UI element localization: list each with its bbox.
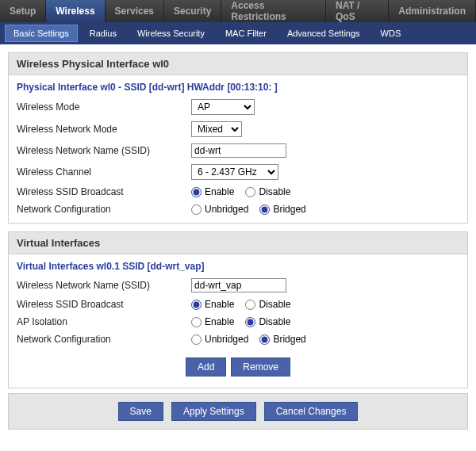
save-button[interactable]: Save bbox=[118, 402, 163, 421]
label-ssid-broadcast: Wireless SSID Broadcast bbox=[17, 299, 191, 310]
label-ssid-broadcast: Wireless SSID Broadcast bbox=[17, 186, 191, 197]
label-channel: Wireless Channel bbox=[17, 166, 191, 178]
tab-access-restrictions[interactable]: Access Restrictions bbox=[221, 0, 326, 22]
radio-vap-broadcast-disable[interactable] bbox=[245, 300, 255, 310]
subtab-wireless-security[interactable]: Wireless Security bbox=[129, 25, 213, 42]
radio-label: Enable bbox=[205, 299, 234, 310]
label-network-config: Network Configuration bbox=[17, 334, 191, 345]
radio-vap-unbridged[interactable] bbox=[191, 334, 202, 345]
add-remove-row: Add Remove bbox=[9, 348, 467, 388]
panel-virtual-interfaces: Virtual Interfaces Virtual Interfaces wl… bbox=[8, 231, 468, 388]
radio-broadcast-disable[interactable] bbox=[245, 187, 255, 197]
fieldset-title: Virtual Interfaces wl0.1 SSID [dd-wrt_va… bbox=[9, 254, 467, 275]
apply-button[interactable]: Apply Settings bbox=[171, 402, 256, 421]
tab-security[interactable]: Security bbox=[164, 0, 221, 22]
radio-label: Enable bbox=[205, 186, 234, 197]
tab-nat-qos[interactable]: NAT / QoS bbox=[326, 0, 389, 22]
panel-header: Wireless Physical Interface wl0 bbox=[9, 53, 467, 75]
add-button[interactable]: Add bbox=[186, 357, 226, 376]
radio-ap-iso-disable[interactable] bbox=[245, 317, 255, 327]
tab-services[interactable]: Services bbox=[106, 0, 164, 22]
subtab-radius[interactable]: Radius bbox=[81, 25, 125, 42]
radio-unbridged[interactable] bbox=[191, 204, 202, 215]
subtab-mac-filter[interactable]: MAC Filter bbox=[217, 25, 275, 42]
radio-bridged[interactable] bbox=[259, 204, 270, 215]
subtab-advanced-settings[interactable]: Advanced Settings bbox=[278, 25, 369, 42]
select-network-mode[interactable]: Mixed bbox=[191, 121, 242, 137]
footer-bar: Save Apply Settings Cancel Changes bbox=[8, 393, 468, 430]
tab-wireless[interactable]: Wireless bbox=[46, 0, 105, 22]
subtab-basic-settings[interactable]: Basic Settings bbox=[5, 25, 78, 42]
label-wireless-mode: Wireless Mode bbox=[17, 101, 191, 113]
radio-vap-broadcast-enable[interactable] bbox=[191, 300, 202, 310]
label-ssid: Wireless Network Name (SSID) bbox=[17, 280, 191, 291]
select-wireless-mode[interactable]: AP bbox=[191, 99, 255, 115]
radio-label: Enable bbox=[205, 316, 234, 327]
input-ssid[interactable] bbox=[191, 143, 286, 158]
radio-label: Disable bbox=[259, 186, 290, 197]
label-network-mode: Wireless Network Mode bbox=[17, 124, 191, 135]
top-nav: Setup Wireless Services Security Access … bbox=[0, 0, 476, 22]
radio-label: Disable bbox=[259, 299, 290, 310]
radio-label: Bridged bbox=[273, 204, 305, 215]
panel-header: Virtual Interfaces bbox=[9, 232, 467, 254]
subtab-wds[interactable]: WDS bbox=[372, 25, 410, 42]
label-network-config: Network Configuration bbox=[17, 204, 191, 215]
panel-physical-interface: Wireless Physical Interface wl0 Physical… bbox=[8, 52, 468, 224]
radio-broadcast-enable[interactable] bbox=[191, 187, 202, 197]
label-ap-isolation: AP Isolation bbox=[17, 316, 191, 327]
radio-label: Unbridged bbox=[205, 204, 248, 215]
radio-ap-iso-enable[interactable] bbox=[191, 317, 202, 327]
label-ssid: Wireless Network Name (SSID) bbox=[17, 145, 191, 156]
select-channel[interactable]: 6 - 2.437 GHz bbox=[191, 164, 278, 180]
cancel-button[interactable]: Cancel Changes bbox=[264, 402, 359, 421]
tab-setup[interactable]: Setup bbox=[0, 0, 46, 22]
radio-label: Disable bbox=[259, 316, 290, 327]
remove-button[interactable]: Remove bbox=[231, 357, 290, 376]
fieldset-title: Physical Interface wl0 - SSID [dd-wrt] H… bbox=[9, 75, 467, 96]
radio-vap-bridged[interactable] bbox=[259, 334, 270, 345]
input-vap-ssid[interactable] bbox=[191, 278, 286, 292]
sub-nav: Basic Settings Radius Wireless Security … bbox=[0, 22, 476, 44]
radio-label: Unbridged bbox=[205, 334, 248, 345]
radio-label: Bridged bbox=[273, 334, 305, 345]
tab-administration[interactable]: Administration bbox=[389, 0, 476, 22]
